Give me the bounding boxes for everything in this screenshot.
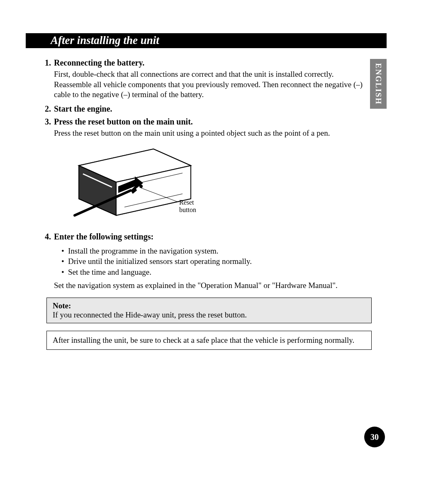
step-body: First, double-check that all connections…	[54, 69, 373, 100]
step-title: Press the reset button on the main unit.	[54, 117, 193, 126]
step-1: 1.Reconnecting the battery. First, doubl…	[45, 58, 373, 100]
settings-footer-text: Set the navigation system as explained i…	[54, 281, 373, 290]
step-title: Enter the following settings:	[54, 232, 153, 241]
bullet-item: Drive until the initialized sensors star…	[61, 256, 373, 267]
language-tab: ENGLISH	[370, 59, 387, 109]
note-box: Note: If you reconnected the Hide-away u…	[46, 298, 372, 323]
step-number: 1.	[45, 58, 54, 68]
section-header: After installing the unit	[26, 33, 387, 48]
device-illustration: Reset button	[54, 145, 212, 220]
step-heading: 1.Reconnecting the battery.	[45, 58, 373, 68]
note-text: If you reconnected the Hide-away unit, p…	[53, 310, 365, 320]
note-label: Note:	[53, 301, 365, 310]
step-4: 4.Enter the following settings:	[45, 232, 373, 242]
step-heading: 3.Press the reset button on the main uni…	[45, 117, 373, 127]
step-heading: 2.Start the engine.	[45, 104, 373, 114]
settings-bullets: Install the programme in the navigation …	[61, 246, 373, 278]
step-title: Reconnecting the battery.	[54, 58, 144, 67]
step-3: 3.Press the reset button on the main uni…	[45, 117, 373, 139]
bullet-item: Set the time and language.	[61, 267, 373, 278]
step-number: 2.	[45, 104, 54, 114]
step-body: Press the reset button on the main unit …	[54, 128, 373, 139]
svg-point-10	[139, 185, 143, 188]
bullet-item: Install the programme in the navigation …	[61, 246, 373, 256]
page-number: 30	[364, 427, 385, 447]
step-title: Start the engine.	[54, 104, 112, 113]
content-area: 1.Reconnecting the battery. First, doubl…	[45, 58, 373, 350]
illustration-label: Reset button	[179, 199, 212, 214]
step-number: 3.	[45, 117, 54, 127]
step-heading: 4.Enter the following settings:	[45, 232, 373, 242]
header-title: After installing the unit	[51, 34, 159, 46]
step-2: 2.Start the engine.	[45, 104, 373, 114]
warning-box: After installing the unit, be sure to ch…	[46, 331, 372, 350]
step-number: 4.	[45, 232, 54, 242]
manual-page: After installing the unit ENGLISH 1.Reco…	[0, 0, 448, 493]
